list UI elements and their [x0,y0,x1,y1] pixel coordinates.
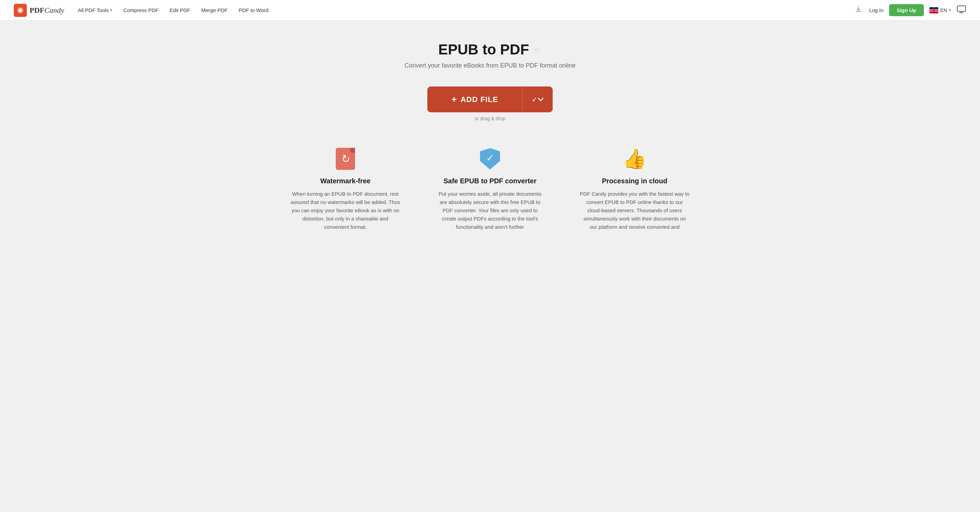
feature-desc-cloud: PDF Candy provides you with the fastest … [579,190,690,231]
logo-icon [14,4,27,17]
svg-point-1 [19,9,22,12]
svg-rect-2 [957,6,966,11]
drag-drop-hint: or drag & drop [474,116,506,121]
feature-title-cloud: Processing in cloud [579,177,690,185]
add-file-button[interactable]: + ADD FILE [427,86,522,112]
page-subtitle: Convert your favorite eBooks from EPUB t… [404,62,575,69]
header: PDFCandy All PDF Tools ▾ Compress PDF Ed… [0,0,980,21]
lang-dropdown-arrow-icon: ▾ [949,8,951,13]
features-section: ↻ Watermark-free When turning an EPUB to… [283,147,697,231]
logo[interactable]: PDFCandy [14,4,64,17]
chevron-down-icon: ✓ [532,96,538,104]
plus-icon: + [452,94,457,105]
feature-safe-converter: ✓ Safe EPUB to PDF converter Put your wo… [428,147,552,231]
add-file-label: ADD FILE [460,95,498,104]
nav-pdf-to-word[interactable]: PDF to Word [239,7,268,13]
lang-code: EN [940,8,947,13]
feature-watermark-free: ↻ Watermark-free When turning an EPUB to… [283,147,407,231]
feature-desc-safe: Put your worries aside, all private docu… [435,190,545,231]
header-right: Log In Sign Up EN ▾ [853,4,966,16]
nav-all-pdf-tools[interactable]: All PDF Tools ▾ [78,7,112,13]
favorite-star-icon[interactable]: ☆ [534,45,542,55]
uk-flag-icon [929,7,938,13]
feature-icon-shield: ✓ [435,147,545,171]
add-file-area: + ADD FILE ✓ or drag & drop [427,86,553,121]
logo-text: PDFCandy [30,6,64,15]
title-row: EPUB to PDF ☆ [404,41,575,58]
feature-desc-watermark: When turning an EPUB to PDF document, re… [290,190,401,231]
feature-cloud-processing: 👍 Processing in cloud PDF Candy provides… [573,147,697,231]
add-file-button-group: + ADD FILE ✓ [427,86,553,112]
feature-icon-thumbsup: 👍 [579,147,690,171]
feature-title-watermark: Watermark-free [290,177,401,185]
login-button[interactable]: Log In [869,7,884,13]
language-selector[interactable]: EN ▾ [929,7,951,13]
page-title-area: EPUB to PDF ☆ Convert your favorite eBoo… [404,41,575,69]
feature-title-safe: Safe EPUB to PDF converter [435,177,545,185]
signup-button[interactable]: Sign Up [889,4,924,16]
main-nav: All PDF Tools ▾ Compress PDF Edit PDF Me… [78,7,853,13]
page-title: EPUB to PDF [438,41,529,58]
add-file-dropdown-button[interactable]: ✓ [522,86,553,112]
main-content: EPUB to PDF ☆ Convert your favorite eBoo… [0,21,980,512]
shield-shape-icon: ✓ [480,148,500,169]
feature-icon-watermark: ↻ [290,147,401,171]
nav-merge-pdf[interactable]: Merge PDF [202,7,228,13]
nav-edit-pdf[interactable]: Edit PDF [170,7,191,13]
dropdown-arrow-icon: ▾ [110,8,112,13]
download-icon-button[interactable] [853,4,864,16]
nav-compress-pdf[interactable]: Compress PDF [123,7,159,13]
checkmark-icon: ✓ [486,152,494,164]
thumbsup-icon: 👍 [622,147,647,170]
monitor-icon-button[interactable] [956,5,966,16]
